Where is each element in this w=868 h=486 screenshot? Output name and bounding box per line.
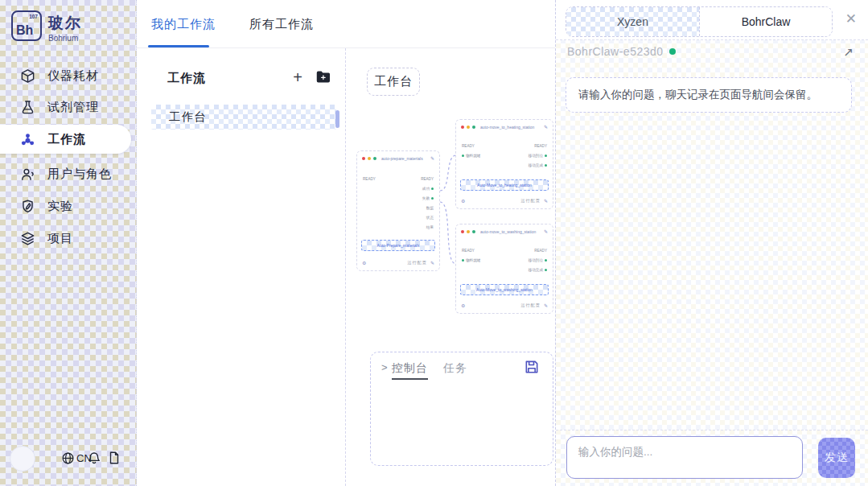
node-footer-label: 运行配置: [520, 303, 541, 308]
users-icon: [20, 167, 35, 182]
port-dot: [462, 259, 464, 262]
edit-pencil-icon[interactable]: ✎: [544, 303, 548, 308]
workflow-icon: [20, 132, 35, 147]
workflow-item-label: 工作台: [169, 109, 207, 125]
tab-console[interactable]: 控制台: [392, 361, 428, 380]
port-label: 移动到位: [529, 154, 543, 158]
edit-pencil-icon[interactable]: ✎: [430, 155, 434, 161]
sidebar-item-users[interactable]: 用户与角色: [0, 160, 137, 187]
tab-xyzen[interactable]: Xyzen: [566, 7, 699, 36]
node-action-chip[interactable]: Auto-Prepare_materials: [361, 240, 435, 251]
node-dot-green: [472, 230, 475, 233]
brand-name-cn: 玻尔: [48, 13, 82, 34]
sidebar-item-label: 项目: [47, 231, 73, 246]
sidebar-item-experiments[interactable]: 实验: [0, 192, 137, 220]
brand-logo: 107 Bh 玻尔 Bohrium: [11, 10, 82, 43]
active-tab-underline: [148, 45, 209, 47]
node-title: auto-move_to_heating_station: [480, 125, 541, 130]
workflow-list-title: 工作流: [167, 71, 206, 86]
node-prepare-materials[interactable]: auto-prepare_materials ✎ READY READY 成功 …: [356, 150, 440, 271]
chat-header: Xyzen BohrClaw ✕: [556, 0, 868, 40]
port-label: READY: [421, 177, 434, 181]
tab-tasks[interactable]: 任务: [443, 361, 467, 376]
brand-name-en: Bohrium: [48, 34, 82, 43]
element-symbol: Bh: [16, 23, 33, 38]
chat-tab-switcher: Xyzen BohrClaw: [566, 6, 833, 37]
sidebar-item-label: 工作流: [47, 132, 86, 147]
chat-input[interactable]: [566, 436, 803, 479]
port-label: 移动完成: [529, 163, 543, 167]
canvas-tab-workbench[interactable]: 工作台: [367, 68, 420, 96]
sidebar-item-label: 实验: [47, 199, 73, 214]
element-number: 107: [29, 14, 38, 19]
node-config-icon[interactable]: ⚙: [461, 303, 465, 308]
edit-pencil-icon[interactable]: ✎: [544, 229, 548, 234]
node-footer-label: 运行配置: [407, 260, 427, 266]
node-dot-red: [461, 230, 464, 233]
box-icon: [20, 68, 35, 84]
port-label: 物料就绪: [466, 258, 480, 262]
sidebar-item-workflow[interactable]: 工作流: [0, 125, 131, 154]
node-dot-yellow: [368, 157, 371, 160]
port-label: 结果: [426, 225, 434, 229]
port-label: READY: [462, 144, 475, 148]
document-icon[interactable]: [107, 451, 121, 465]
send-button[interactable]: 发送: [818, 438, 855, 478]
tab-my-workflows[interactable]: 我的工作流: [151, 0, 216, 48]
folder-icon[interactable]: [315, 70, 331, 84]
tab-bohrclaw[interactable]: BohrClaw: [699, 7, 832, 36]
node-move-heating[interactable]: auto-move_to_heating_station ✎ READY 物料就…: [455, 119, 553, 209]
tab-all-workflows[interactable]: 所有工作流: [249, 0, 314, 48]
scrollbar-thumb[interactable]: [335, 110, 339, 128]
sidebar-footer: CN: [0, 443, 137, 478]
edit-pencil-icon[interactable]: ✎: [544, 124, 548, 130]
add-workflow-button[interactable]: +: [289, 68, 306, 86]
edit-pencil-icon[interactable]: ✎: [430, 260, 434, 266]
port-label: READY: [534, 144, 547, 148]
chevron-right-icon[interactable]: >: [381, 361, 388, 373]
main-topbar: 我的工作流 所有工作流: [137, 0, 555, 48]
node-config-icon[interactable]: ⚙: [362, 260, 366, 266]
port-dot: [431, 197, 434, 200]
edit-pencil-icon[interactable]: ✎: [544, 198, 548, 204]
node-config-icon[interactable]: ⚙: [461, 198, 465, 204]
chat-footer-divider: [556, 430, 868, 430]
port-label: READY: [462, 249, 475, 253]
node-dot-yellow: [467, 126, 470, 129]
node-dot-green: [373, 157, 376, 160]
open-external-icon[interactable]: ↗: [843, 45, 854, 60]
port-dot: [545, 164, 547, 167]
port-dot: [431, 187, 434, 190]
session-name: BohrClaw-e523d0: [567, 45, 664, 58]
node-action-chip[interactable]: Auto-Move_to_heating_station: [460, 179, 549, 191]
node-move-washing[interactable]: auto-move_to_washing_station ✎ READY 物料就…: [455, 224, 553, 314]
workflow-list-item[interactable]: 工作台: [151, 105, 336, 130]
port-dot: [462, 154, 464, 157]
sidebar-item-instruments[interactable]: 仪器耗材: [0, 62, 137, 89]
save-icon[interactable]: [524, 359, 540, 375]
tab-xyzen-label: Xyzen: [617, 15, 648, 28]
node-footer-label: 运行配置: [520, 198, 541, 204]
close-icon[interactable]: ✕: [845, 10, 857, 27]
chat-panel: Xyzen BohrClaw ✕ BohrClaw-e523d0 ↗ 请输入你的…: [555, 0, 868, 486]
port-label: READY: [534, 249, 547, 253]
port-label: 状态: [426, 216, 434, 220]
node-action-chip[interactable]: Auto-Move_to_washing_station: [460, 284, 549, 295]
sidebar: 107 Bh 玻尔 Bohrium 仪器耗材 试剂管理: [0, 0, 137, 486]
globe-icon[interactable]: [61, 451, 75, 465]
node-dot-red: [461, 126, 464, 129]
node-title: auto-prepare_materials: [381, 156, 428, 161]
node-dot-red: [362, 157, 365, 160]
sidebar-item-label: 仪器耗材: [47, 68, 99, 84]
port-label: 移动完成: [529, 268, 543, 272]
tab-all-workflows-label: 所有工作流: [249, 17, 314, 32]
console-panel: > 控制台 任务: [370, 352, 553, 466]
bell-icon[interactable]: [87, 451, 101, 465]
welcome-message-text: 请输入你的问题，聊天记录在页面导航间会保留。: [578, 88, 817, 102]
online-status-dot: [669, 48, 676, 55]
sidebar-item-reagents[interactable]: 试剂管理: [0, 93, 137, 121]
workflow-list-panel: 工作流 + 工作台: [137, 48, 346, 486]
app-window: 107 Bh 玻尔 Bohrium 仪器耗材 试剂管理: [0, 0, 868, 486]
avatar[interactable]: [10, 446, 35, 472]
sidebar-item-projects[interactable]: 项目: [0, 224, 137, 252]
